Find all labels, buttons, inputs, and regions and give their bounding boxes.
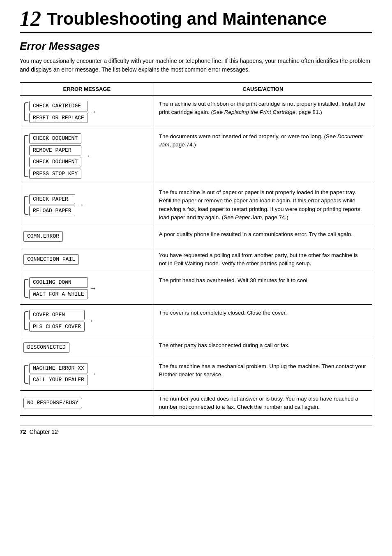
lcd-message: CHECK DOCUMENT: [29, 157, 81, 167]
lcd-message: DISCONNECTED: [23, 342, 69, 353]
cause-suffix-text: , page 74.): [262, 214, 288, 220]
table-row: CHECK CARTRIDGERESET OR REPLACE→The mach…: [20, 96, 372, 128]
error-message-cell: COVER OPENPLS CLOSE COVER→: [20, 305, 154, 337]
table-row: COMM.ERRORA poor quality phone line resu…: [20, 226, 372, 247]
cause-text: The fax machine has a mechanical problem…: [159, 363, 366, 378]
lcd-message: NO RESPONSE/BUSY: [23, 398, 82, 408]
lcd-message: PLS CLOSE COVER: [29, 322, 85, 332]
error-message-cell: MACHINE ERROR XXCALL YOUR DEALER→: [20, 358, 154, 390]
scroll-arrow-icon: →: [90, 107, 97, 118]
cause-text: The number you called does not answer or…: [159, 396, 358, 410]
cause-action-cell: The documents were not inserted or fed p…: [154, 128, 372, 184]
chapter-number: 12: [20, 8, 41, 30]
cause-text: The other party has disconnected during …: [159, 342, 290, 348]
lcd-message: REMOVE PAPER: [29, 145, 81, 156]
cause-text: The cover is not completely closed. Clos…: [159, 310, 287, 316]
cause-action-cell: The number you called does not answer or…: [154, 390, 372, 416]
cause-suffix-text: , page 81.): [295, 109, 322, 115]
lcd-message: PRESS STOP KEY: [29, 169, 81, 179]
footer-page-number: 72: [20, 429, 26, 435]
cause-action-cell: The print head has overheated. Wait 30 m…: [154, 272, 372, 305]
cause-text: A poor quality phone line resulted in a …: [159, 231, 353, 237]
cause-text: The documents were not inserted or fed p…: [159, 133, 337, 139]
chapter-title: Troubleshooting and Maintenance: [47, 9, 327, 28]
lcd-message: COMM.ERROR: [23, 231, 63, 242]
cause-action-cell: The fax machine is out of paper or paper…: [154, 184, 372, 226]
chapter-header: 12 Troubleshooting and Maintenance: [20, 8, 372, 33]
cause-action-cell: A poor quality phone line resulted in a …: [154, 226, 372, 247]
footer-chapter-text: Chapter 12: [30, 429, 58, 435]
lcd-message: CALL YOUR DEALER: [29, 375, 88, 385]
footer: 72 Chapter 12: [20, 426, 372, 435]
cause-text: The print head has overheated. Wait 30 m…: [159, 277, 309, 283]
error-message-cell: NO RESPONSE/BUSY: [20, 390, 154, 416]
col-header-message: ERROR MESSAGE: [20, 83, 154, 96]
error-message-cell: CHECK PAPERRELOAD PAPER→: [20, 184, 154, 226]
lcd-message: CHECK CARTRIDGE: [29, 101, 88, 111]
table-row: NO RESPONSE/BUSYThe number you called do…: [20, 390, 372, 416]
cause-action-cell: You have requested a polling call from a…: [154, 247, 372, 272]
table-row: CONNECTION FAILYou have requested a poll…: [20, 247, 372, 272]
table-row: COOLING DOWNWAIT FOR A WHILE→The print h…: [20, 272, 372, 305]
table-row: COVER OPENPLS CLOSE COVER→The cover is n…: [20, 305, 372, 337]
error-table: ERROR MESSAGE CAUSE/ACTION CHECK CARTRID…: [20, 82, 372, 416]
lcd-message: CHECK PAPER: [29, 194, 75, 205]
scroll-arrow-icon: →: [77, 199, 84, 211]
intro-text: You may occasionally encounter a difficu…: [20, 57, 372, 74]
table-row: CHECK DOCUMENTREMOVE PAPERCHECK DOCUMENT…: [20, 128, 372, 184]
scroll-arrow-icon: →: [90, 283, 97, 294]
scroll-arrow-icon: →: [90, 368, 97, 380]
lcd-message: CONNECTION FAIL: [23, 254, 79, 265]
col-header-cause: CAUSE/ACTION: [154, 83, 372, 96]
cause-action-cell: The fax machine has a mechanical problem…: [154, 358, 372, 390]
scroll-arrow-icon: →: [83, 151, 90, 162]
cause-action-cell: The other party has disconnected during …: [154, 337, 372, 358]
lcd-message: RELOAD PAPER: [29, 206, 75, 216]
error-message-cell: DISCONNECTED: [20, 337, 154, 358]
error-message-cell: COOLING DOWNWAIT FOR A WHILE→: [20, 272, 154, 305]
cause-action-cell: The cover is not completely closed. Clos…: [154, 305, 372, 337]
table-row: CHECK PAPERRELOAD PAPER→The fax machine …: [20, 184, 372, 226]
cause-suffix-text: , page 74.): [169, 141, 196, 148]
cause-link-text: Replacing the Print Cartridge: [224, 109, 295, 115]
error-message-cell: CHECK CARTRIDGERESET OR REPLACE→: [20, 96, 154, 128]
lcd-message: CHECK DOCUMENT: [29, 133, 81, 144]
lcd-message: COOLING DOWN: [29, 277, 88, 288]
error-message-cell: CONNECTION FAIL: [20, 247, 154, 272]
error-message-cell: CHECK DOCUMENTREMOVE PAPERCHECK DOCUMENT…: [20, 128, 154, 184]
lcd-message: WAIT FOR A WHILE: [29, 289, 88, 300]
lcd-message: RESET OR REPLACE: [29, 113, 88, 123]
lcd-message: COVER OPEN: [29, 310, 85, 320]
section-title: Error Messages: [20, 40, 372, 53]
cause-text: You have requested a polling call from a…: [159, 252, 358, 266]
page: 12 Troubleshooting and Maintenance Error…: [0, 0, 392, 556]
scroll-arrow-icon: →: [86, 315, 94, 327]
error-message-cell: COMM.ERROR: [20, 226, 154, 247]
cause-action-cell: The machine is out of ribbon or the prin…: [154, 96, 372, 128]
table-row: DISCONNECTEDThe other party has disconne…: [20, 337, 372, 358]
cause-link-text: Paper Jam: [235, 214, 262, 220]
lcd-message: MACHINE ERROR XX: [29, 363, 88, 374]
table-row: MACHINE ERROR XXCALL YOUR DEALER→The fax…: [20, 358, 372, 390]
